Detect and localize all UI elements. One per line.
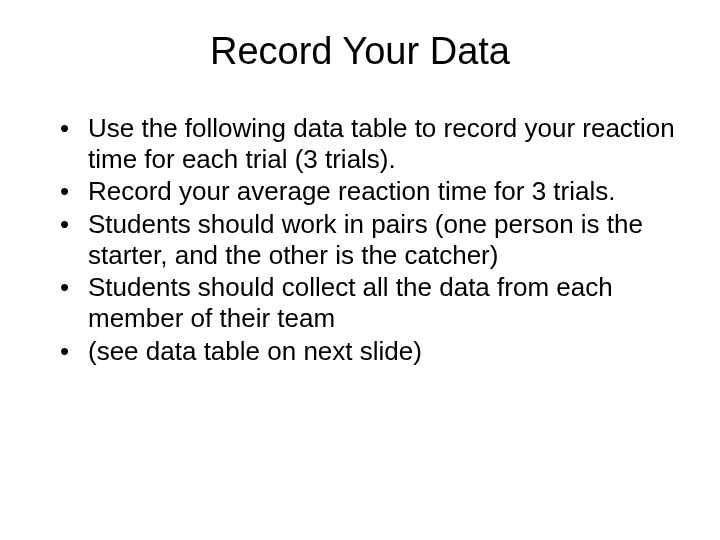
bullet-list: Use the following data table to record y… (40, 113, 680, 366)
list-item: Students should collect all the data fro… (60, 272, 680, 333)
slide-title: Record Your Data (40, 30, 680, 73)
list-item: Students should work in pairs (one perso… (60, 209, 680, 270)
list-item: (see data table on next slide) (60, 336, 680, 367)
list-item: Use the following data table to record y… (60, 113, 680, 174)
list-item: Record your average reaction time for 3 … (60, 176, 680, 207)
slide: Record Your Data Use the following data … (0, 0, 720, 540)
